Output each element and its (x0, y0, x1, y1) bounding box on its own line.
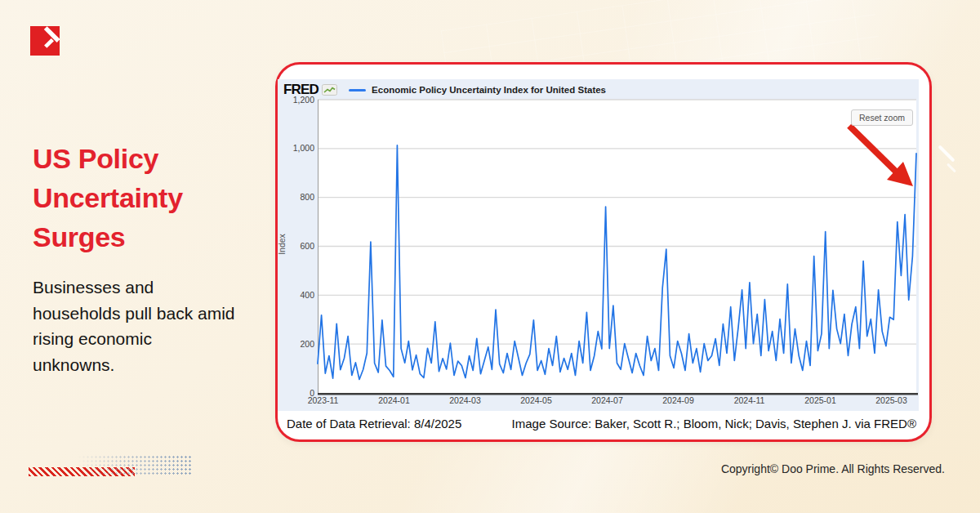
subtitle-text: Businesses and households pull back amid… (33, 274, 238, 377)
headline: US Policy Uncertainty Surges (33, 139, 261, 256)
x-axis-tick-label: 2025-01 (795, 395, 846, 405)
y-axis-tick-label: 800 (278, 192, 314, 202)
y-axis-tick-label: 1,000 (278, 143, 314, 153)
legend-line-swatch (349, 89, 366, 91)
card-captions: Date of Data Retrieval: 8/4/2025 Image S… (287, 417, 916, 430)
x-axis-tick-label: 2023-11 (298, 395, 349, 405)
x-axis-tick-label: 2024-07 (582, 395, 633, 405)
x-axis-tick-label: 2024-03 (440, 395, 491, 405)
y-axis-tick-label: 600 (278, 241, 314, 251)
x-axis-tick-label: 2024-01 (369, 395, 420, 405)
retrieval-date-caption: Date of Data Retrieval: 8/4/2025 (287, 417, 461, 430)
fred-sparkline-icon (322, 84, 337, 96)
x-axis-tick-label: 2024-11 (724, 395, 775, 405)
reset-zoom-button[interactable]: Reset zoom (851, 109, 913, 126)
y-axis-tick-label: 1,200 (278, 95, 314, 105)
chart-plot-area[interactable] (278, 79, 919, 411)
x-axis-tick-label: 2024-05 (511, 395, 562, 405)
x-axis-tick-label: 2024-09 (653, 395, 704, 405)
fred-chart-widget: FRED Economic Policy Uncertainty Index f… (278, 79, 919, 411)
chart-legend: Economic Policy Uncertainty Index for Un… (349, 85, 606, 95)
chart-header: FRED Economic Policy Uncertainty Index f… (283, 83, 606, 97)
title-line: US Policy (33, 139, 261, 178)
title-line: Surges (33, 217, 261, 256)
title-line: Uncertainty (33, 178, 261, 217)
y-axis-tick-label: 200 (278, 339, 314, 349)
light-glint (947, 163, 956, 172)
page-title: US Policy Uncertainty Surges (33, 139, 261, 256)
copyright-text: Copyright© Doo Prime. All Rights Reserve… (721, 462, 945, 475)
doo-prime-logo (30, 26, 60, 56)
light-glint (938, 145, 955, 162)
chart-card: FRED Economic Policy Uncertainty Index f… (275, 62, 932, 442)
legend-series-label: Economic Policy Uncertainty Index for Un… (372, 85, 606, 95)
decorative-dot-pattern (78, 455, 192, 476)
y-axis-tick-label: 400 (278, 290, 314, 300)
x-axis-tick-label: 2025-03 (866, 395, 917, 405)
image-source-caption: Image Source: Baker, Scott R.; Bloom, Ni… (512, 417, 916, 430)
